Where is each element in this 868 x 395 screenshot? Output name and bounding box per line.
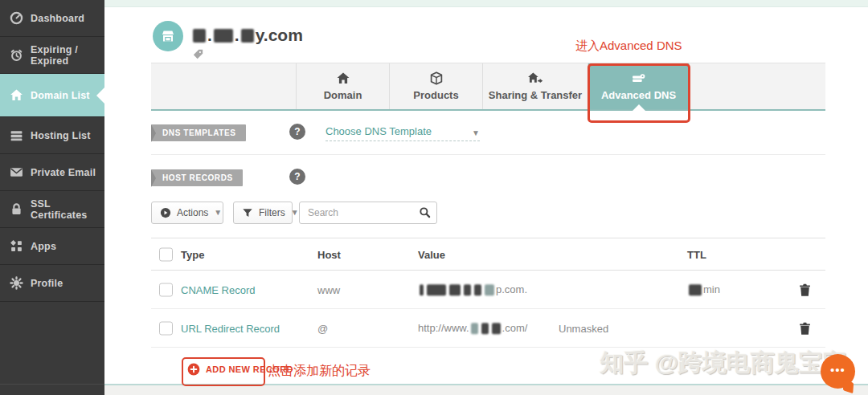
host-records-badge: HOST RECORDS: [151, 169, 243, 186]
tab-spacer: [151, 63, 297, 109]
sidebar-item-label: SSL Certificates: [31, 198, 104, 221]
redacted-text: [485, 284, 494, 295]
redacted-text: [214, 29, 233, 43]
table-row-cname-record: CNAME Recordwwwp.com.min: [151, 271, 825, 309]
play-circle-icon: [160, 207, 171, 218]
tab-domain[interactable]: Domain: [297, 63, 390, 109]
tab-advanced-dns[interactable]: Advanced DNS: [588, 63, 690, 109]
column-header-ttl[interactable]: TTL: [687, 248, 706, 260]
sidebar-item-label: Private Email: [31, 167, 96, 178]
filters-button[interactable]: Filters ▼: [233, 202, 293, 224]
sidebar-item-domain-list[interactable]: Domain List: [0, 74, 104, 117]
row-checkbox[interactable]: [159, 321, 173, 335]
sidebar: DashboardExpiring / ExpiredDomain ListHo…: [0, 0, 104, 395]
tab-label: Sharing & Transfer: [489, 89, 582, 101]
annotation-click-add-record: 点击添加新的记录: [268, 363, 371, 380]
tab-label: Domain: [324, 89, 362, 101]
dns-template-dropdown-label: Choose DNS Template: [326, 125, 432, 137]
column-header-value[interactable]: Value: [418, 248, 445, 260]
top-strip: [104, 0, 868, 7]
column-header-host[interactable]: Host: [317, 248, 341, 260]
sidebar-item-label: Dashboard: [31, 13, 84, 24]
redacted-text: [689, 284, 702, 295]
actions-button-label: Actions: [177, 207, 208, 218]
tab-sharing-transfer[interactable]: Sharing & Transfer: [483, 63, 588, 109]
watermark: 知乎 @跨境电商鬼宝宝: [600, 347, 847, 380]
sidebar-item-private-email[interactable]: Private Email: [0, 154, 104, 191]
filter-icon: [242, 207, 253, 218]
dns-template-dropdown[interactable]: Choose DNS Template ▼: [326, 125, 480, 141]
home-icon: [335, 71, 351, 85]
tab-products[interactable]: Products: [390, 63, 483, 109]
redacted-text: [241, 29, 254, 43]
column-header-type[interactable]: Type: [181, 248, 204, 260]
host-records-help-icon[interactable]: ?: [289, 169, 305, 185]
box-icon: [428, 71, 444, 85]
text-segment: http://www.: [418, 322, 469, 334]
server-icon: [10, 128, 23, 142]
annotation-enter-advanced-dns: 进入Advanced DNS: [575, 39, 682, 54]
trash-icon[interactable]: [799, 283, 811, 296]
dns-templates-help-icon[interactable]: ?: [289, 124, 305, 140]
redacted-text: [474, 284, 481, 295]
search-box: [299, 202, 437, 224]
record-redirect-mode: Unmasked: [559, 322, 608, 334]
chevron-down-icon: ▼: [214, 209, 222, 217]
advanced-dns-page: DashboardExpiring / ExpiredDomain ListHo…: [0, 0, 868, 395]
redacted-text: [449, 284, 461, 295]
lock-icon: [10, 202, 23, 216]
filters-button-label: Filters: [259, 207, 285, 218]
redacted-text: [420, 284, 424, 295]
sidebar-item-apps[interactable]: Apps: [0, 228, 104, 265]
record-type[interactable]: URL Redirect Record: [181, 322, 280, 334]
text-segment: p.com.: [496, 283, 527, 295]
gear-icon: [10, 276, 23, 290]
redacted-text: [464, 284, 471, 295]
domain-avatar: [153, 21, 183, 51]
sidebar-item-ssl-certificates[interactable]: SSL Certificates: [0, 191, 104, 228]
chat-bubble-button[interactable]: •••: [821, 354, 855, 389]
home-icon: [10, 88, 23, 102]
text-segment: .: [207, 26, 212, 45]
sidebar-item-label: Domain List: [31, 90, 90, 101]
redacted-text: [471, 323, 478, 334]
record-type[interactable]: CNAME Record: [181, 283, 255, 295]
tab-label: Advanced DNS: [601, 89, 676, 101]
section-divider: [151, 154, 825, 155]
tag-icon[interactable]: [193, 48, 203, 59]
sidebar-item-label: Hosting List: [31, 130, 91, 141]
actions-button[interactable]: Actions ▼: [151, 202, 223, 224]
dns-icon: [631, 71, 647, 85]
search-input[interactable]: [299, 202, 437, 224]
record-host[interactable]: www: [317, 283, 340, 295]
search-icon[interactable]: [419, 206, 431, 218]
domain-name: ..y.com: [191, 26, 303, 45]
table-header: Type Host Value TTL: [151, 238, 825, 271]
footer-strip: [104, 385, 868, 395]
record-value[interactable]: p.com.: [418, 283, 527, 296]
record-host[interactable]: @: [317, 322, 328, 334]
text-segment: min: [703, 283, 720, 295]
clock-icon: [10, 48, 23, 62]
record-ttl[interactable]: min: [687, 283, 720, 296]
sidebar-item-profile[interactable]: Profile: [0, 265, 104, 302]
sidebar-item-label: Apps: [31, 241, 56, 252]
sidebar-item-label: Profile: [31, 278, 63, 289]
sidebar-item-dashboard[interactable]: Dashboard: [0, 0, 104, 37]
sidebar-item-hosting-list[interactable]: Hosting List: [0, 117, 104, 154]
text-segment: .: [235, 26, 240, 45]
record-value[interactable]: http://www..com/: [418, 322, 527, 335]
chevron-down-icon: ▼: [291, 209, 299, 217]
store-icon: [160, 28, 176, 44]
sidebar-item-label: Expiring / Expired: [31, 44, 104, 67]
row-checkbox[interactable]: [159, 283, 173, 296]
sidebar-item-expiring-expired[interactable]: Expiring / Expired: [0, 37, 104, 74]
envelope-icon: [10, 165, 23, 179]
home-arrow-icon: [527, 71, 543, 85]
trash-icon[interactable]: [799, 321, 811, 335]
apps-icon: [10, 239, 23, 253]
sidebar-divider: [0, 384, 104, 385]
select-all-checkbox[interactable]: [159, 247, 173, 261]
table-row-url-redirect-record: URL Redirect Record@http://www..com/Unma…: [151, 309, 825, 348]
tab-bar: DomainProductsSharing & TransferAdvanced…: [151, 63, 825, 111]
